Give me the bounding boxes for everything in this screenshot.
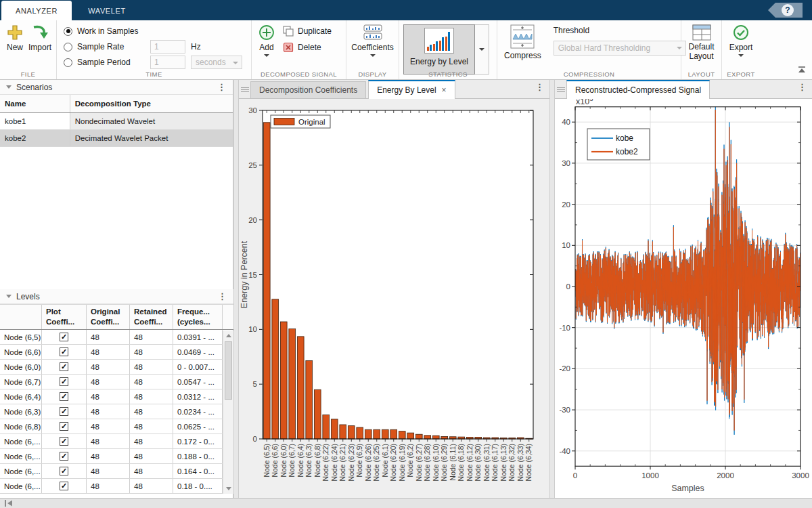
plot-coefficients-checkbox[interactable]: ✓ <box>60 362 68 371</box>
plot-coefficients-checkbox[interactable]: ✓ <box>60 482 68 490</box>
svg-text:x103: x103 <box>576 99 593 106</box>
default-layout-button[interactable]: Default Layout <box>685 23 717 63</box>
levels-panel-header[interactable]: Levels ⋮ <box>0 289 233 304</box>
levels-row[interactable]: Node (6,3)✓48480.0234 - ... <box>0 404 233 419</box>
scenarios-table: NameDecomposition Typekobe1Nondecimated … <box>0 95 233 147</box>
splitter-left-middle[interactable] <box>233 80 239 498</box>
import-button[interactable]: Import <box>26 23 54 54</box>
radio-label-work-in-samples: Work in Samples <box>77 26 138 36</box>
radio-sample-period[interactable] <box>64 58 72 67</box>
levels-row[interactable]: Node (6,7)✓48480.0547 - ... <box>0 375 233 389</box>
help-button[interactable]: ? <box>767 2 803 18</box>
levels-row[interactable]: Node (6,0)✓48480 - 0.007... <box>0 360 233 375</box>
plot-coefficients-checkbox[interactable]: ✓ <box>60 377 68 386</box>
tab-reconstructed-compressed-signal[interactable]: Reconstructed-Compressed Signal <box>566 80 710 99</box>
levels-row[interactable]: Node (6,8)✓48480.0625 - ... <box>0 419 233 434</box>
levels-row[interactable]: Node (6,...✓48480.188 - 0... <box>0 449 233 464</box>
tab-energy-by-level[interactable]: Energy By Level × <box>368 80 455 99</box>
levels-row[interactable]: Node (6,...✓48480.164 - 0... <box>0 464 233 479</box>
svg-text:Node (6,19): Node (6,19) <box>398 444 406 481</box>
svg-text:Node (6,1): Node (6,1) <box>381 444 389 478</box>
plot-coefficients-checkbox[interactable]: ✓ <box>60 407 68 416</box>
radio-label-sample-rate: Sample Rate <box>77 42 150 51</box>
ribbon-group-layout: Default Layout LAYOUT <box>681 20 722 79</box>
levels-row[interactable]: Node (6,4)✓48480.0312 - ... <box>0 389 233 404</box>
sample-rate-input[interactable] <box>150 40 185 54</box>
radio-work-in-samples[interactable] <box>64 27 72 36</box>
new-button[interactable]: New <box>4 23 26 54</box>
levels-row[interactable]: Node (6,6)✓48480.0469 - ... <box>0 345 233 360</box>
tabbar-grip-icon[interactable] <box>241 83 249 96</box>
tab-decomposition-coefficients[interactable]: Decomposition Coefficients <box>250 81 366 98</box>
right-tabbar-menu-icon[interactable]: ⋮ <box>795 84 809 91</box>
levels-column-header[interactable]: Freque... (cycles... <box>173 305 223 329</box>
scroll-down-button[interactable] <box>223 484 233 494</box>
levels-column-header[interactable]: Plot Coeffi... <box>42 305 87 329</box>
scroll-thumb[interactable] <box>225 341 232 400</box>
ribbon-group-decomposed-signal: Add Duplicate <box>252 20 346 79</box>
levels-scrollbar[interactable] <box>223 331 233 494</box>
levels-column-header[interactable]: Original Coeffi... <box>87 305 130 329</box>
delete-button[interactable]: Delete <box>283 40 332 55</box>
tabbar-grip-icon[interactable] <box>557 83 565 96</box>
scenarios-panel-header[interactable]: Scenarios ⋮ <box>0 80 233 95</box>
statistics-dropdown-button[interactable] <box>475 24 489 75</box>
svg-text:Node (6,6): Node (6,6) <box>271 444 279 478</box>
splitter-middle-right[interactable] <box>549 80 555 498</box>
right-document-tab-bar: Reconstructed-Compressed Signal ⋮ <box>555 80 812 99</box>
sample-rate-unit: Hz <box>191 42 201 51</box>
scenarios-menu-icon[interactable]: ⋮ <box>215 84 229 91</box>
levels-column-header[interactable] <box>0 305 42 329</box>
sample-period-unit-select[interactable]: seconds <box>191 56 242 69</box>
scenario-row[interactable]: kobe2Decimated Wavelet Packet <box>0 130 233 147</box>
plot-coefficients-checkbox[interactable]: ✓ <box>60 392 68 401</box>
svg-text:Node (6,30): Node (6,30) <box>474 444 482 481</box>
scenario-row[interactable]: kobe1Nondecimated Wavelet <box>0 113 233 130</box>
svg-text:Node (6,31): Node (6,31) <box>482 444 491 481</box>
svg-text:Node (6,21): Node (6,21) <box>338 444 346 481</box>
plot-coefficients-checkbox[interactable]: ✓ <box>60 333 68 341</box>
svg-text:0: 0 <box>573 471 577 480</box>
tab-analyzer[interactable]: ANALYZER <box>1 1 72 20</box>
sample-period-input[interactable] <box>150 56 185 69</box>
compress-icon <box>510 24 535 49</box>
plot-coefficients-checkbox[interactable]: ✓ <box>60 467 68 475</box>
energy-by-level-button[interactable]: Energy by Level <box>403 24 475 75</box>
section-label-export: EXPORT <box>722 70 760 78</box>
svg-text:Samples: Samples <box>671 484 704 493</box>
column-header-name[interactable]: Name <box>0 95 70 112</box>
coefficients-button[interactable]: Coefficients <box>351 23 394 58</box>
section-label-file: FILE <box>0 70 56 78</box>
tab-wavelet[interactable]: WAVELET <box>72 1 142 20</box>
ribbon: New Import FILE Work in Samples Samp <box>0 20 812 80</box>
levels-row[interactable]: Node (6,...✓48480.172 - 0... <box>0 434 233 449</box>
plot-coefficients-checkbox[interactable]: ✓ <box>60 437 68 446</box>
svg-text:30: 30 <box>562 159 570 167</box>
new-icon <box>7 24 23 41</box>
levels-menu-icon[interactable]: ⋮ <box>215 293 229 300</box>
radio-sample-rate[interactable] <box>64 43 72 51</box>
add-button[interactable]: Add <box>256 23 277 58</box>
levels-row[interactable]: Node (6,5)✓48480.0391 - ... <box>0 330 233 345</box>
collapse-ribbon-button[interactable] <box>797 64 807 77</box>
scroll-up-button[interactable] <box>223 331 233 341</box>
collapse-triangle-icon <box>6 85 12 89</box>
plot-coefficients-checkbox[interactable]: ✓ <box>60 347 68 356</box>
plot-coefficients-checkbox[interactable]: ✓ <box>60 452 68 461</box>
reconstructed-signal-chart: -40-30-20-100102030400100020003000x103Sa… <box>555 99 812 498</box>
duplicate-button[interactable]: Duplicate <box>283 24 332 39</box>
column-header-type[interactable]: Decomposition Type <box>70 95 233 112</box>
svg-text:Node (6,18): Node (6,18) <box>457 444 465 481</box>
threshold-method-select[interactable]: Global Hard Thresholding <box>554 41 686 56</box>
energy-panel: Decomposition Coefficients Energy By Lev… <box>239 80 549 498</box>
svg-text:Energy in Percent: Energy in Percent <box>240 240 249 308</box>
levels-row[interactable]: Node (6,...✓48480.18 - 0.... <box>0 479 233 494</box>
center-tabbar-menu-icon[interactable]: ⋮ <box>533 84 547 91</box>
plot-coefficients-checkbox[interactable]: ✓ <box>60 422 68 431</box>
content-area: Scenarios ⋮ NameDecomposition Typekobe1N… <box>0 80 812 498</box>
collapse-panel-button[interactable] <box>4 497 14 508</box>
compress-button[interactable]: Compress <box>501 23 544 62</box>
export-button[interactable]: Export <box>726 23 756 58</box>
levels-column-header[interactable]: Retained Coeffi... <box>130 305 173 329</box>
close-icon[interactable]: × <box>442 85 447 95</box>
